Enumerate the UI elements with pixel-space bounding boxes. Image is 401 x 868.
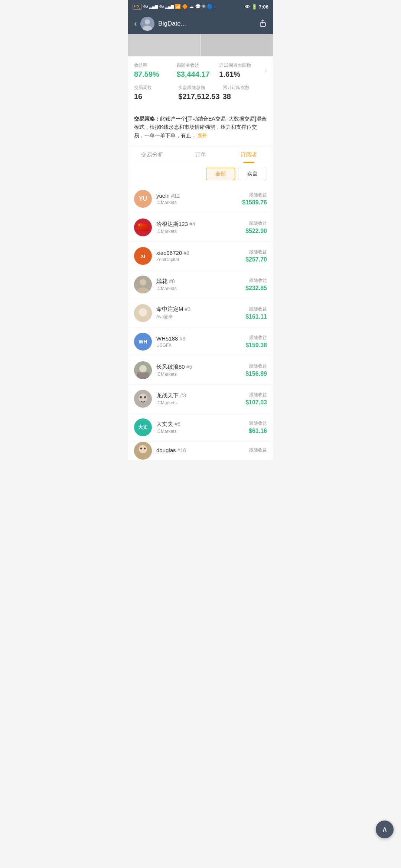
earnings-label: 跟随收益	[249, 447, 267, 453]
stat-follower-earnings: 跟随者收益 $3,444.17	[177, 62, 219, 79]
network-4g2: 4G	[159, 4, 164, 9]
share-button[interactable]	[259, 19, 267, 29]
subscriber-item[interactable]: YU yueln #12 ICMarkets 跟随收益 $1589.76	[128, 185, 273, 213]
stat-max-drawdown: 近13周最大回撤 1.61%	[219, 62, 262, 79]
subscriber-broker: ICMarkets	[156, 372, 245, 377]
subscriber-item[interactable]: douglas #16 跟随收益	[128, 442, 273, 460]
network-4g1: 4G	[143, 4, 148, 9]
tab-analysis[interactable]: 交易分析	[128, 146, 176, 163]
earnings-label: 跟随收益	[245, 277, 267, 284]
subscriber-earnings: 跟随收益 $257.70	[245, 249, 267, 263]
earnings-label: 跟随收益	[245, 249, 267, 255]
stats-section: 收益率 87.59% 跟随者收益 $3,444.17 近13周最大回撤 1.61…	[128, 56, 273, 110]
hd-badge: HD2	[133, 4, 142, 10]
eye-icon: 👁	[245, 4, 250, 10]
more-icon: ···	[214, 4, 217, 9]
avatar-text: YU	[139, 195, 147, 202]
earnings-value: $522.90	[245, 228, 267, 234]
filter-section: 全部 实盘	[128, 163, 273, 185]
tab-orders[interactable]: 订单	[176, 146, 225, 163]
stat-return-rate-value: 87.59%	[134, 70, 177, 79]
stat-return-rate: 收益率 87.59%	[134, 62, 177, 79]
subscriber-name: 大丈夫 #5	[156, 421, 249, 428]
app-icon2: ☁	[189, 4, 194, 9]
subscriber-list: YU yueln #12 ICMarkets 跟随收益 $1589.76 🇨🇳 …	[128, 185, 273, 460]
svg-point-15	[138, 394, 147, 402]
stat-real-follow-amount: 实盘跟随总额 $217,512.53	[178, 85, 222, 101]
subscriber-avatar: 🇨🇳	[134, 218, 152, 236]
app-icon1: 🔶	[182, 4, 188, 9]
subscriber-earnings: 跟随收益 $156.89	[245, 363, 267, 377]
user-avatar-header	[140, 17, 154, 31]
svg-point-5	[140, 279, 146, 286]
subscriber-item[interactable]: 大丈 大丈夫 #5 ICMarkets 跟随收益 $61.16	[128, 413, 273, 442]
earnings-value: $1589.76	[242, 199, 267, 206]
subscriber-item[interactable]: WH WH5188 #3 USGFX 跟随收益 $159.38	[128, 328, 273, 356]
svg-rect-13	[137, 372, 149, 379]
subscriber-earnings: 跟随收益 $522.90	[245, 220, 267, 234]
subscriber-broker: ICMarkets	[156, 429, 249, 434]
tab-subscribers[interactable]: 订阅者	[225, 146, 273, 163]
expand-button[interactable]: 展开	[197, 133, 207, 138]
svg-point-8	[139, 308, 147, 316]
stats-row-2: 交易周数 16 实盘跟随总额 $217,512.53 累计订阅次数 38	[134, 85, 267, 101]
subscriber-name: xiao96720 #2	[156, 250, 245, 256]
subscriber-item[interactable]: 🇨🇳 哈根达斯123 #4 ICMarkets 跟随收益 $522.90	[128, 213, 273, 242]
filter-real-button[interactable]: 实盘	[238, 168, 267, 180]
subscriber-info: 哈根达斯123 #4 ICMarkets	[156, 221, 245, 234]
stat-trading-weeks: 交易周数 16	[134, 85, 178, 101]
time-display: 7:06	[259, 4, 268, 10]
subscriber-item[interactable]: 龙战天下 #3 ICMarkets 跟随收益 $107.03	[128, 385, 273, 413]
subscriber-info: yueln #12 ICMarkets	[156, 193, 242, 205]
wifi-icon: 📶	[175, 4, 181, 9]
strategy-text: 交易策略：此账户一个[手动结合EA交易+大数据交易]混合模式，根据K线形态和市场…	[134, 115, 267, 140]
back-button[interactable]: ‹	[134, 19, 137, 29]
earnings-label: 跟随收益	[245, 363, 267, 369]
status-bar: HD2 4G ▂▄▆ 4G ▂▄▆ 📶 🔶 ☁ 💬 美 🔵 ··· 👁 🔋 7:…	[128, 0, 273, 13]
signal-bars2: ▂▄▆	[165, 4, 174, 9]
app-icon3: 💬	[195, 4, 201, 9]
subscriber-info: 大丈夫 #5 ICMarkets	[156, 421, 249, 434]
subscriber-name: 哈根达斯123 #4	[156, 221, 245, 228]
subscriber-broker: ICMarkets	[156, 229, 245, 234]
svg-point-17	[144, 396, 146, 398]
subscriber-avatar: 大丈	[134, 418, 152, 436]
top-image-right	[201, 34, 273, 56]
earnings-label: 跟随收益	[245, 392, 267, 398]
stats-row-1: 收益率 87.59% 跟随者收益 $3,444.17 近13周最大回撤 1.61…	[134, 62, 267, 79]
subscriber-info: WH5188 #3 USGFX	[156, 335, 245, 348]
tabs-section: 交易分析 订单 订阅者	[128, 146, 273, 163]
status-left: HD2 4G ▂▄▆ 4G ▂▄▆ 📶 🔶 ☁ 💬 美 🔵 ···	[133, 4, 218, 10]
subscriber-earnings: 跟随收益 $1589.76	[242, 192, 267, 206]
svg-point-10	[145, 310, 147, 312]
earnings-label: 跟随收益	[242, 192, 267, 198]
subscriber-avatar	[134, 276, 152, 293]
stat-real-follow-amount-value: $217,512.53	[178, 92, 222, 101]
chevron-right-icon[interactable]: ›	[262, 62, 267, 79]
subscriber-info: 命中注定M #3 Ava爱华	[156, 306, 245, 320]
subscriber-item[interactable]: 命中注定M #3 Ava爱华 跟随收益 $161.11	[128, 299, 273, 328]
subscriber-broker: ICMarkets	[156, 400, 245, 405]
subscriber-name: 命中注定M #3	[156, 306, 245, 313]
subscriber-item[interactable]: xi xiao96720 #2 ZealCapital 跟随收益 $257.70	[128, 242, 273, 270]
subscriber-avatar: WH	[134, 333, 152, 351]
subscriber-name: douglas #16	[156, 447, 249, 453]
subscriber-broker: Ava爱华	[156, 314, 245, 320]
subscriber-earnings: 跟随收益 $232.85	[245, 277, 267, 292]
subscriber-avatar	[134, 390, 152, 408]
subscriber-info: 长风破浪80 #5 ICMarkets	[156, 364, 245, 377]
subscriber-earnings: 跟随收益 $161.11	[245, 306, 267, 320]
earnings-label: 跟随收益	[249, 420, 267, 427]
subscriber-item[interactable]: 长风破浪80 #5 ICMarkets 跟随收益 $156.89	[128, 356, 273, 385]
subscriber-avatar	[134, 442, 152, 460]
stat-max-drawdown-label: 近13周最大回撤	[219, 62, 262, 69]
app-icon5: 🔵	[207, 4, 213, 9]
subscriber-name: WH5188 #3	[156, 335, 245, 342]
subscriber-item[interactable]: 嫣花 #8 ICMarkets 跟随收益 $232.85	[128, 270, 273, 299]
strategy-prefix: 交易策略：	[134, 116, 160, 122]
stat-trading-weeks-value: 16	[134, 92, 178, 101]
app-icon4: 美	[202, 4, 206, 9]
earnings-value: $161.11	[245, 313, 267, 320]
earnings-value: $232.85	[245, 285, 267, 292]
filter-all-button[interactable]: 全部	[206, 168, 235, 180]
